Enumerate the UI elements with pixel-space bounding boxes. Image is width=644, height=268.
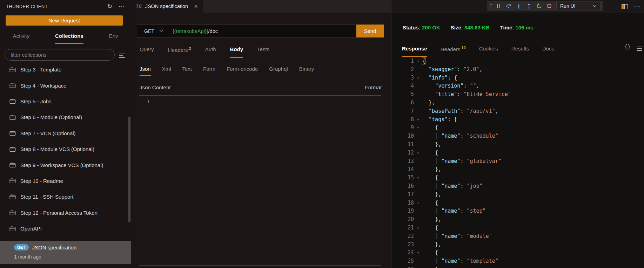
request-tab-tests[interactable]: Tests — [257, 46, 269, 58]
body-tab-json[interactable]: Json — [140, 66, 151, 76]
filter-collections-input[interactable] — [5, 49, 115, 61]
collection-item-label: Step 8 - Module VCS (Optional) — [20, 146, 94, 152]
code-text: }, — [422, 191, 644, 199]
fold-spacer — [414, 191, 422, 199]
split-editor-icon[interactable] — [622, 4, 628, 9]
body-tab-text[interactable]: Text — [182, 66, 192, 76]
collection-item-step-12-personal-access-token[interactable]: Step 12 - Personal Access Token — [0, 205, 131, 221]
response-tab-results[interactable]: Results — [511, 46, 529, 57]
tab-label: Query — [140, 46, 154, 52]
request-tab-query[interactable]: Query — [140, 46, 154, 58]
request-tab-headers[interactable]: Headers2 — [168, 46, 191, 58]
response-tab-headers[interactable]: Headers10 — [441, 46, 466, 57]
response-tab-response[interactable]: Response — [402, 46, 427, 57]
code-line-4: 4 "version": "", — [391, 82, 644, 90]
send-button[interactable]: Send — [356, 25, 384, 37]
response-tab-cookies[interactable]: Cookies — [479, 46, 498, 57]
code-line-10: 10 │ "name": "schedule" — [391, 132, 644, 140]
body-tab-binary[interactable]: Binary — [299, 66, 314, 76]
json-body-editor[interactable]: 1 — [139, 95, 381, 266]
code-text: "basePath": "/api/v1", — [422, 107, 644, 116]
tab-label: Xml — [162, 66, 171, 72]
fold-spacer — [414, 215, 422, 224]
toolbar-grip-handle[interactable] — [489, 3, 493, 9]
collection-item-step-11-ssh-support[interactable]: Step 11 - SSH Support — [0, 189, 131, 205]
body-tab-graphql[interactable]: Graphql — [269, 66, 288, 76]
line-number: 16 — [391, 182, 414, 191]
request-tab-auth[interactable]: Auth — [205, 46, 216, 58]
code-line-7: 7 "basePath": "/api/v1", — [391, 107, 644, 116]
fold-icon[interactable]: ▾ — [414, 57, 422, 66]
code-text: { — [422, 57, 644, 66]
close-icon[interactable]: ✕ — [194, 4, 198, 9]
sidebar-tab-activity[interactable]: Activity — [13, 33, 29, 44]
launch-config-select[interactable]: Run UI — [556, 2, 601, 10]
more-actions-icon[interactable]: ⋯ — [119, 3, 125, 10]
raw-json-icon[interactable]: {} — [624, 43, 631, 50]
collection-item-step-4-workspace[interactable]: Step 4 - Workspace — [0, 77, 131, 93]
line-number: 11 — [391, 140, 414, 149]
fold-icon[interactable]: ▾ — [414, 249, 422, 257]
response-tab-docs[interactable]: Docs — [542, 46, 554, 57]
body-tab-form-encode[interactable]: Form-encode — [227, 66, 258, 76]
selected-request-row[interactable]: GET JSON specification 1 month ago — [0, 241, 131, 264]
format-button[interactable]: Format — [365, 84, 382, 90]
sidebar-title: THUNDER CLIENT — [6, 4, 48, 9]
window-action-icons: ⋯ — [622, 3, 640, 10]
fold-icon[interactable]: ▾ — [414, 116, 422, 124]
sidebar-scrollbar[interactable] — [128, 117, 130, 222]
tab-label: Docs — [542, 46, 554, 51]
tab-label: Text — [182, 66, 192, 72]
fold-icon[interactable]: ▾ — [414, 149, 422, 157]
step-over-icon[interactable] — [504, 1, 513, 11]
code-text: │ "name": "globalvar" — [422, 157, 644, 166]
sidebar-tab-env[interactable]: Env — [109, 33, 118, 44]
code-text: }, — [422, 215, 644, 224]
fold-icon[interactable]: ▾ — [414, 224, 422, 232]
refresh-icon[interactable]: ↻ — [107, 3, 112, 10]
fold-icon[interactable]: ▾ — [414, 124, 422, 132]
collection-item-step-7-vcs-optional[interactable]: Step 7 - VCS (Optional) — [0, 125, 131, 141]
body-tab-form[interactable]: Form — [203, 66, 215, 76]
fold-spacer — [414, 107, 422, 116]
code-text: { — [422, 174, 644, 182]
response-code[interactable]: 1▾{2 "swagger": "2.0",3▾ "info": {4 "ver… — [391, 57, 644, 268]
body-tab-xml[interactable]: Xml — [162, 66, 171, 76]
collection-item-step-5-jobs[interactable]: Step 5 - Jobs — [0, 94, 131, 109]
collections-list: Step 3 - TemplateStep 4 - WorkspaceStep … — [0, 62, 131, 236]
stop-icon[interactable] — [544, 1, 554, 11]
sidebar-tab-collections[interactable]: Collections — [55, 33, 83, 44]
request-url-bar: GET {{terrakubeApi}}/doc — [137, 25, 356, 37]
code-text: { — [422, 249, 644, 257]
collection-item-step-6-module-optional[interactable]: Step 6 - Module (Optional) — [0, 109, 131, 125]
code-line-12: 12▾ { — [391, 149, 644, 157]
restart-icon[interactable] — [534, 1, 544, 11]
fold-icon[interactable]: ▾ — [414, 199, 422, 207]
fold-spacer — [414, 165, 422, 174]
collections-menu-icon[interactable] — [119, 53, 125, 59]
collection-item-openapi[interactable]: OpenAPI — [0, 221, 131, 236]
step-out-icon[interactable] — [524, 1, 534, 11]
fold-icon[interactable]: ▾ — [414, 74, 422, 82]
editor-tab-json-specification[interactable]: TC JSON specification ✕ — [131, 0, 203, 13]
request-tab-body[interactable]: Body — [230, 46, 243, 58]
window-more-actions-icon[interactable]: ⋯ — [634, 3, 640, 10]
code-text: { — [422, 199, 644, 207]
new-request-button[interactable]: New Request — [6, 15, 123, 26]
response-panel: Status: 200 OK Size: 348.63 KB Time: 106… — [391, 0, 644, 268]
method-select[interactable]: GET — [137, 25, 168, 37]
code-line-22: 22 │ "name": "module" — [391, 232, 644, 241]
chevron-down-icon — [593, 5, 597, 7]
pause-icon[interactable] — [494, 1, 503, 11]
fold-icon[interactable]: ▾ — [414, 174, 422, 182]
collection-item-step-10-readme[interactable]: Step 10 - Readme — [0, 173, 131, 189]
response-status-row: Status: 200 OK Size: 348.63 KB Time: 106… — [403, 25, 533, 30]
code-line-2: 2 "swagger": "2.0", — [391, 66, 644, 74]
launch-config-label: Run UI — [560, 3, 576, 9]
url-input[interactable]: {{terrakubeApi}}/doc — [168, 25, 356, 37]
collection-item-step-9-workspace-vcs-optional[interactable]: Step 9 - Workspace VCS (Optional) — [0, 157, 131, 173]
response-menu-icon[interactable] — [637, 45, 642, 52]
collection-item-step-8-module-vcs-optional[interactable]: Step 8 - Module VCS (Optional) — [0, 141, 131, 157]
step-into-icon[interactable] — [514, 1, 523, 11]
collection-item-step-3-template[interactable]: Step 3 - Template — [0, 62, 131, 77]
